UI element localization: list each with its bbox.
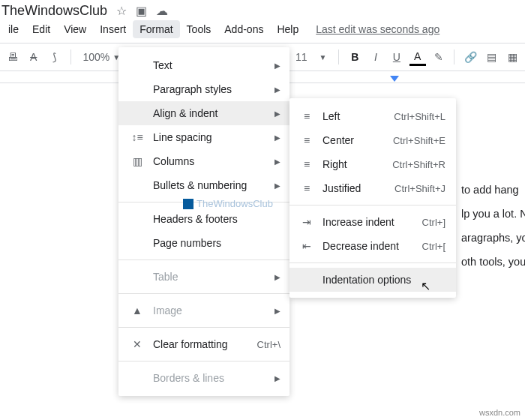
- submenu-align-justified[interactable]: ≡JustifiedCtrl+Shift+J: [290, 176, 456, 200]
- menu-table: Table▶: [118, 265, 290, 289]
- indent-marker-icon[interactable]: [390, 76, 399, 82]
- fontsize-select[interactable]: 11 ▼: [291, 51, 331, 63]
- menu-edit[interactable]: Edit: [26, 20, 57, 38]
- align-center-icon: ≡: [300, 134, 314, 146]
- image-icon: ▲: [130, 304, 144, 316]
- menu-headers-footers[interactable]: Headers & footers: [118, 207, 290, 231]
- menu-addons[interactable]: Add-ons: [218, 20, 270, 38]
- menu-columns[interactable]: ▥Columns▶: [118, 149, 290, 173]
- print-icon[interactable]: 🖶: [4, 48, 21, 66]
- link-icon[interactable]: 🔗: [462, 48, 478, 66]
- document-title[interactable]: TheWindowsClub: [0, 3, 107, 19]
- cloud-icon[interactable]: ☁: [156, 4, 168, 18]
- star-icon[interactable]: ☆: [116, 4, 127, 18]
- last-edit-link[interactable]: Last edit was seconds ago: [316, 23, 440, 35]
- menu-line-spacing[interactable]: ↕≡Line spacing▶: [118, 125, 290, 149]
- columns-icon: ▥: [130, 155, 144, 167]
- align-justify-icon: ≡: [300, 182, 314, 194]
- align-left-icon: ≡: [300, 110, 314, 122]
- text-color-button[interactable]: A: [410, 48, 426, 66]
- menu-tools[interactable]: Tools: [180, 20, 218, 38]
- attribution-text: wsxdn.com: [479, 408, 520, 417]
- menu-image: ▲Image▶: [118, 298, 290, 322]
- bold-button[interactable]: B: [346, 48, 363, 66]
- move-icon[interactable]: ▣: [136, 4, 147, 18]
- submenu-align-center[interactable]: ≡CenterCtrl+Shift+E: [290, 128, 456, 152]
- paint-format-icon[interactable]: ⟆: [46, 48, 63, 66]
- submenu-align-right[interactable]: ≡RightCtrl+Shift+R: [290, 152, 456, 176]
- line-spacing-icon: ↕≡: [130, 131, 144, 143]
- menu-view[interactable]: View: [57, 20, 93, 38]
- menu-align-indent[interactable]: Align & indent▶: [118, 101, 290, 125]
- menu-borders-lines: Borders & lines▶: [118, 366, 290, 390]
- clear-format-icon: ✕: [130, 338, 144, 350]
- menu-help[interactable]: Help: [270, 20, 305, 38]
- submenu-increase-indent[interactable]: ⇥Increase indentCtrl+]: [290, 210, 456, 234]
- menu-bar: ile Edit View Insert Format Tools Add-on…: [0, 20, 525, 43]
- menu-format[interactable]: Format: [133, 20, 179, 38]
- decrease-indent-icon: ⇤: [300, 240, 314, 252]
- align-right-icon: ≡: [300, 158, 314, 170]
- underline-button[interactable]: U: [388, 48, 405, 66]
- highlight-button[interactable]: ✎: [430, 48, 447, 66]
- menu-page-numbers[interactable]: Page numbers: [118, 231, 290, 255]
- document-text: to add hang lp you a lot. N aragraphs, y…: [461, 178, 525, 274]
- spellcheck-icon[interactable]: A: [26, 48, 42, 66]
- comment-icon[interactable]: ▤: [483, 48, 500, 66]
- menu-insert[interactable]: Insert: [93, 20, 133, 38]
- zoom-select[interactable]: 100% ▼: [78, 51, 124, 63]
- italic-button[interactable]: I: [368, 48, 384, 66]
- menu-clear-formatting[interactable]: ✕Clear formattingCtrl+\: [118, 332, 290, 356]
- menu-bullets-numbering[interactable]: Bullets & numbering▶: [118, 173, 290, 197]
- submenu-align-left[interactable]: ≡LeftCtrl+Shift+L: [290, 104, 456, 128]
- increase-indent-icon: ⇥: [300, 216, 314, 228]
- align-indent-submenu: ≡LeftCtrl+Shift+L ≡CenterCtrl+Shift+E ≡R…: [290, 98, 456, 298]
- submenu-indentation-options[interactable]: Indentation options: [290, 268, 456, 292]
- submenu-decrease-indent[interactable]: ⇤Decrease indentCtrl+[: [290, 234, 456, 258]
- menu-paragraph-styles[interactable]: Paragraph styles▶: [118, 77, 290, 101]
- menu-file[interactable]: ile: [2, 20, 26, 38]
- format-menu-dropdown: Text▶ Paragraph styles▶ Align & indent▶ …: [118, 47, 290, 396]
- image-icon[interactable]: ▦: [504, 48, 520, 66]
- menu-text[interactable]: Text▶: [118, 53, 290, 77]
